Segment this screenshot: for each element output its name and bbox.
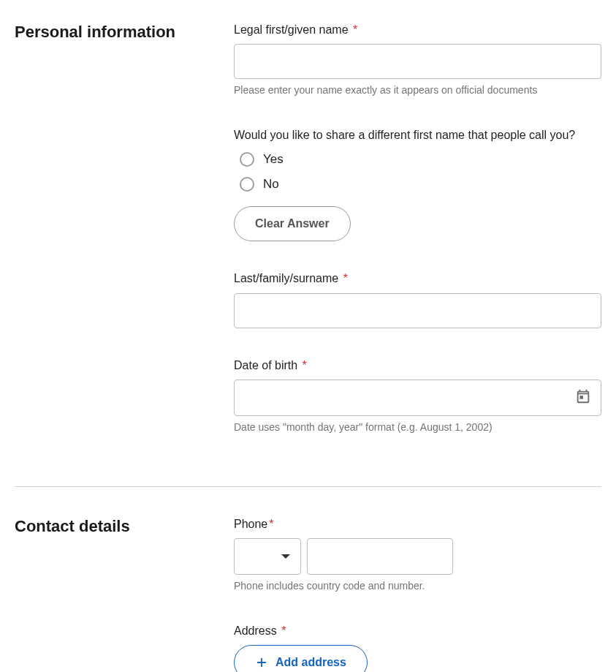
label-date-of-birth: Date of birth * bbox=[234, 358, 601, 374]
label-address: Address * bbox=[234, 623, 601, 639]
field-phone: Phone* Phone includes country code and n… bbox=[234, 516, 601, 594]
required-asterisk: * bbox=[343, 272, 348, 284]
required-asterisk: * bbox=[269, 518, 273, 530]
radio-circle-icon bbox=[240, 152, 254, 167]
clear-answer-button[interactable]: Clear Answer bbox=[234, 206, 351, 241]
required-asterisk: * bbox=[353, 23, 357, 36]
label-legal-first-name: Legal first/given name * bbox=[234, 22, 601, 38]
label-text: Address bbox=[234, 624, 277, 637]
required-asterisk: * bbox=[303, 359, 307, 371]
label-text: Phone bbox=[234, 518, 267, 530]
add-address-button[interactable]: Add address bbox=[234, 645, 368, 672]
date-input-wrapper bbox=[234, 380, 601, 416]
required-asterisk: * bbox=[281, 624, 286, 637]
input-legal-first-name[interactable] bbox=[234, 44, 601, 79]
section-divider bbox=[15, 486, 601, 487]
section-title-contact: Contact details bbox=[15, 516, 219, 537]
helper-legal-first-name: Please enter your name exactly as it app… bbox=[234, 83, 601, 98]
helper-date-of-birth: Date uses "month day, year" format (e.g.… bbox=[234, 420, 601, 435]
input-date-of-birth[interactable] bbox=[234, 380, 601, 416]
section-title-personal: Personal information bbox=[15, 22, 219, 43]
label-preferred-name-question: Would you like to share a different firs… bbox=[234, 127, 601, 143]
radio-label-no: No bbox=[263, 177, 279, 192]
radio-group-preferred-name: Yes No bbox=[234, 152, 601, 192]
clear-answer-label: Clear Answer bbox=[255, 217, 330, 230]
input-phone-number[interactable] bbox=[307, 538, 453, 575]
radio-label-yes: Yes bbox=[263, 152, 284, 167]
field-address: Address * Add address bbox=[234, 623, 601, 672]
label-text: Date of birth bbox=[234, 359, 297, 371]
radio-option-yes[interactable]: Yes bbox=[234, 152, 601, 167]
label-last-name: Last/family/surname * bbox=[234, 271, 601, 287]
radio-option-no[interactable]: No bbox=[234, 177, 601, 192]
section-personal-information: Personal information Legal first/given n… bbox=[15, 22, 601, 486]
phone-input-row bbox=[234, 538, 601, 575]
label-text: Last/family/surname bbox=[234, 272, 338, 284]
section-contact-details: Contact details Phone* Phone includes co… bbox=[15, 516, 601, 672]
section-content-contact: Phone* Phone includes country code and n… bbox=[234, 516, 601, 672]
phone-country-select[interactable] bbox=[234, 538, 301, 575]
section-content-personal: Legal first/given name * Please enter yo… bbox=[234, 22, 601, 457]
label-text: Legal first/given name bbox=[234, 23, 349, 36]
add-address-label: Add address bbox=[275, 656, 346, 669]
field-last-name: Last/family/surname * bbox=[234, 271, 601, 328]
label-phone: Phone* bbox=[234, 516, 601, 532]
radio-circle-icon bbox=[240, 177, 254, 192]
input-last-name[interactable] bbox=[234, 293, 601, 328]
field-date-of-birth: Date of birth * Date uses "month day, ye… bbox=[234, 358, 601, 435]
chevron-down-icon bbox=[281, 554, 290, 559]
field-legal-first-name: Legal first/given name * Please enter yo… bbox=[234, 22, 601, 98]
helper-phone: Phone includes country code and number. bbox=[234, 579, 601, 594]
field-preferred-name-question: Would you like to share a different firs… bbox=[234, 127, 601, 241]
plus-icon bbox=[255, 656, 268, 669]
